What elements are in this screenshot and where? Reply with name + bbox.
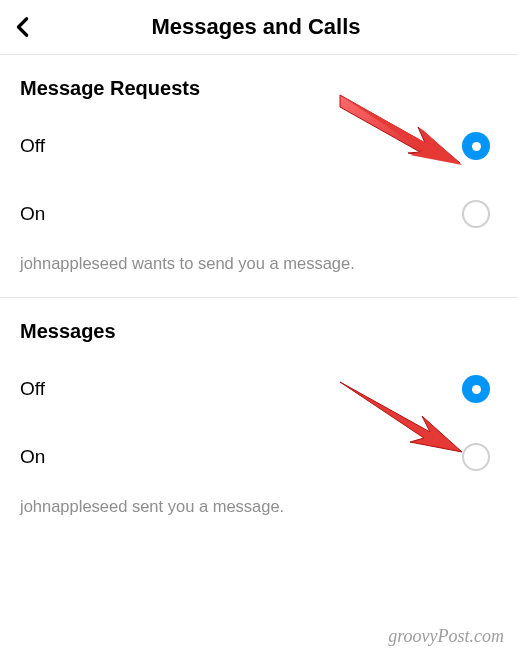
radio-unselected-icon bbox=[462, 200, 490, 228]
watermark: groovyPost.com bbox=[388, 626, 504, 647]
chevron-left-icon bbox=[12, 16, 34, 38]
option-label: On bbox=[20, 446, 45, 468]
helper-text-message-requests: johnappleseed wants to send you a messag… bbox=[0, 248, 518, 285]
radio-unselected-icon bbox=[462, 443, 490, 471]
section-messages: Messages Off On johnappleseed sent you a… bbox=[0, 298, 518, 540]
option-label: On bbox=[20, 203, 45, 225]
section-message-requests: Message Requests Off On johnappleseed wa… bbox=[0, 55, 518, 298]
radio-selected-icon bbox=[462, 375, 490, 403]
page-title: Messages and Calls bbox=[12, 14, 500, 40]
option-message-requests-off[interactable]: Off bbox=[0, 112, 518, 180]
back-button[interactable] bbox=[12, 16, 34, 38]
section-title-message-requests: Message Requests bbox=[0, 55, 518, 112]
option-messages-on[interactable]: On bbox=[0, 423, 518, 491]
header: Messages and Calls bbox=[0, 0, 518, 55]
option-message-requests-on[interactable]: On bbox=[0, 180, 518, 248]
option-messages-off[interactable]: Off bbox=[0, 355, 518, 423]
radio-selected-icon bbox=[462, 132, 490, 160]
helper-text-messages: johnappleseed sent you a message. bbox=[0, 491, 518, 528]
option-label: Off bbox=[20, 135, 45, 157]
option-label: Off bbox=[20, 378, 45, 400]
section-title-messages: Messages bbox=[0, 298, 518, 355]
